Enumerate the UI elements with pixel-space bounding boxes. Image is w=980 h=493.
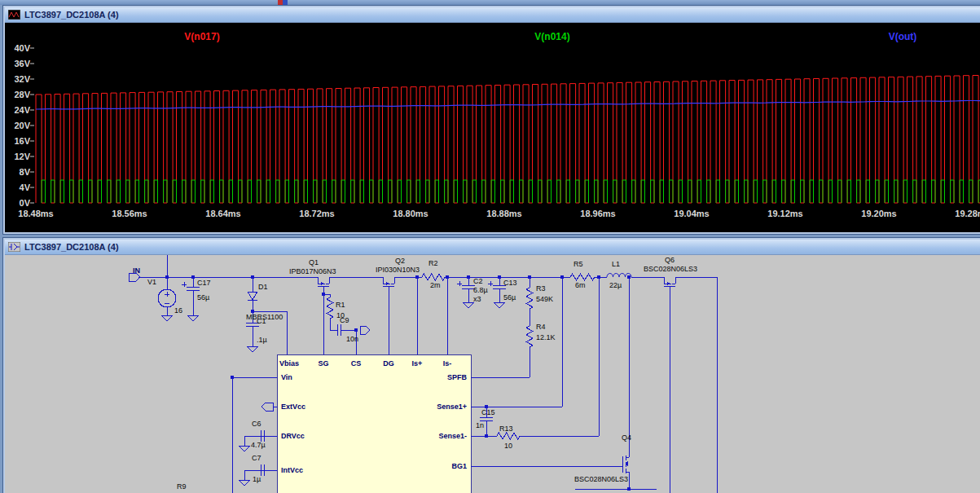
x-axis-label: 19.12ms xyxy=(761,209,810,218)
schematic-label: R9 xyxy=(177,482,187,491)
trace-legend-vn017[interactable]: V(n017) xyxy=(184,31,219,42)
y-axis-label: 40V xyxy=(5,43,30,53)
waveform-window-titlebar[interactable]: LTC3897_DC2108A (4) xyxy=(5,7,980,23)
waveform-window-icon xyxy=(8,10,20,20)
y-axis-label: 8V xyxy=(5,167,30,177)
schematic-label: R4 xyxy=(536,323,546,331)
schematic-label: 1n xyxy=(476,421,484,429)
ic-block-ltc3897[interactable] xyxy=(277,354,471,493)
schematic-label: IN xyxy=(133,266,140,275)
y-axis-label: 24V xyxy=(5,105,30,115)
schematic-label: D1 xyxy=(258,283,268,291)
schematic-label: Is- xyxy=(443,359,452,368)
x-axis-label: 18.56ms xyxy=(105,209,154,218)
waveform-window: LTC3897_DC2108A (4) 40V36V32V28V24V20V16… xyxy=(2,5,980,235)
schematic-label: DRVcc xyxy=(281,432,305,440)
waveform-traces xyxy=(5,23,980,232)
trace-v-n017 xyxy=(36,75,980,203)
schematic-label: 56µ xyxy=(503,293,516,302)
schematic-window-titlebar[interactable]: LTC3897_DC2108A (4) xyxy=(5,240,980,255)
schematic-label: SPFB xyxy=(447,373,468,381)
x-axis-label: 18.72ms xyxy=(292,209,341,218)
schematic-label: C6 xyxy=(252,420,261,428)
schematic-label: Q6 xyxy=(665,256,675,264)
schematic-label: x3 xyxy=(473,295,481,303)
schematic-label: 12.1K xyxy=(536,333,556,341)
schematic-label: L1 xyxy=(612,260,620,268)
schematic-label: IntVcc xyxy=(281,466,303,474)
schematic-canvas[interactable]: INV116C1756µD1MBRS1100C1.1µQ1IPB017N06N3… xyxy=(5,255,980,493)
schematic-label: IPI030N10N3 xyxy=(376,266,420,274)
x-axis-label: 18.48ms xyxy=(11,209,60,218)
schematic-label: Q2 xyxy=(395,257,405,265)
schematic-label: 1µ xyxy=(253,475,261,483)
schematic-label: R13 xyxy=(499,425,513,433)
schematic-label: BSC028N06LS3 xyxy=(574,475,628,483)
schematic-drawing: INV116C1756µD1MBRS1100C1.1µQ1IPB017N06N3… xyxy=(5,255,980,493)
y-axis-label: 32V xyxy=(5,74,30,84)
schematic-label: C15 xyxy=(481,408,495,416)
trace-v-out xyxy=(36,101,980,110)
schematic-label: 4.7µ xyxy=(251,441,266,449)
y-axis-label: 4V xyxy=(5,183,30,192)
schematic-label: C17 xyxy=(197,279,211,287)
x-axis-label: 19.28ms xyxy=(948,209,980,218)
schematic-label: Q1 xyxy=(309,258,319,266)
schematic-label: 6.8µ xyxy=(473,286,488,294)
schematic-label: ExtVcc xyxy=(281,403,305,411)
schematic-label: R2 xyxy=(428,259,438,267)
y-axis-label: 16V xyxy=(5,136,30,146)
schematic-label: Is+ xyxy=(412,359,423,368)
schematic-label: R1 xyxy=(336,301,345,309)
schematic-label: BSC028N06LS3 xyxy=(644,265,697,273)
schematic-label: 16 xyxy=(174,306,182,315)
schematic-label: Sense1+ xyxy=(437,403,467,411)
schematic-label: DG xyxy=(383,359,394,368)
waveform-plot-area[interactable]: 40V36V32V28V24V20V16V12V8V4V0V18.48ms18.… xyxy=(5,23,980,232)
ltspice-app: { "app": { "mdi_background": "#7d9bc4", … xyxy=(0,0,980,493)
x-axis-label: 18.96ms xyxy=(573,209,622,218)
schematic-label: SG xyxy=(318,359,328,368)
schematic-label: CS xyxy=(351,359,362,368)
schematic-label: Sense1- xyxy=(438,432,467,440)
trace-legend-vout[interactable]: V(out) xyxy=(889,31,917,42)
schematic-label: BG1 xyxy=(451,462,467,470)
schematic-window-icon xyxy=(8,242,20,252)
trace-v-n014 xyxy=(42,180,980,203)
schematic-window-title: LTC3897_DC2108A (4) xyxy=(24,242,119,252)
y-axis-label: 20V xyxy=(5,121,30,130)
y-axis-label: 0V xyxy=(5,198,30,208)
schematic-label: 10 xyxy=(504,442,512,450)
x-axis-label: 18.80ms xyxy=(386,209,435,218)
schematic-label: 2m xyxy=(430,281,441,289)
y-axis-label: 36V xyxy=(5,59,30,68)
schematic-label: 56µ xyxy=(197,293,209,302)
schematic-label: 10n xyxy=(346,335,358,343)
schematic-label: C1 xyxy=(257,317,266,325)
x-axis-label: 18.64ms xyxy=(199,209,248,218)
schematic-label: C2 xyxy=(473,277,483,285)
schematic-label: Vin xyxy=(281,373,292,381)
schematic-label: C7 xyxy=(252,454,261,462)
schematic-label: C13 xyxy=(503,279,517,287)
trace-legend-vn014[interactable]: V(n014) xyxy=(534,31,569,42)
schematic-window: LTC3897_DC2108A (4) INV116C1756µD1MBRS11… xyxy=(2,237,980,493)
x-axis-label: 19.04ms xyxy=(667,209,716,218)
schematic-label: R3 xyxy=(536,284,546,293)
schematic-label: 6m xyxy=(575,281,586,289)
schematic-label: C9 xyxy=(340,316,349,324)
schematic-label: Q4 xyxy=(622,434,631,442)
x-axis-label: 19.20ms xyxy=(855,209,903,218)
schematic-label: Vbias xyxy=(279,359,299,368)
schematic-label: R5 xyxy=(573,260,583,268)
schematic-label: .1µ xyxy=(257,336,267,344)
y-axis-label: 28V xyxy=(5,90,30,99)
schematic-label: V1 xyxy=(147,278,156,286)
schematic-label: 549K xyxy=(536,295,553,303)
schematic-label: 22µ xyxy=(609,281,622,289)
y-axis-label: 12V xyxy=(5,152,30,161)
waveform-window-title: LTC3897_DC2108A (4) xyxy=(24,10,119,20)
schematic-label: IPB017N06N3 xyxy=(289,267,336,275)
x-axis-label: 18.88ms xyxy=(480,209,529,218)
